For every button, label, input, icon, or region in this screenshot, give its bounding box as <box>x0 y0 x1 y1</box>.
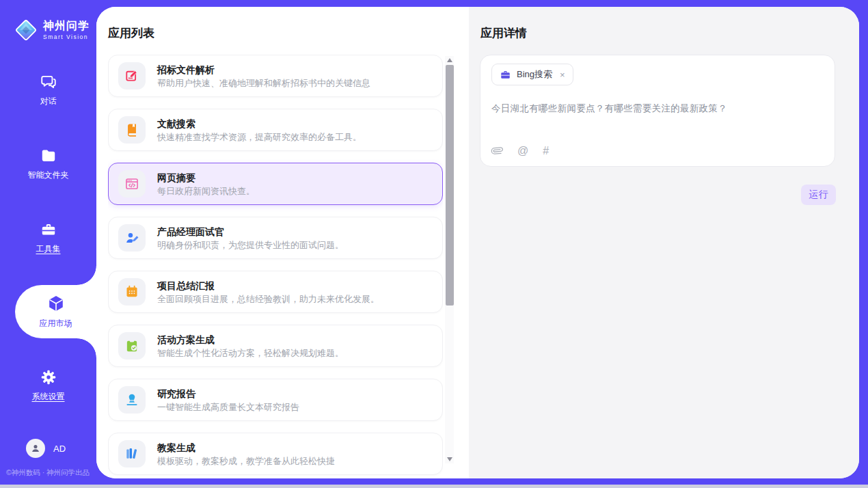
chat-icon <box>40 73 57 91</box>
bid-document-icon <box>118 62 146 90</box>
app-detail-panel: 应用详情 Bing搜索 × 今日湖北有哪些新闻要点？有哪些需要关注的最新政策？ … <box>469 7 859 478</box>
user-row[interactable]: AD <box>0 437 96 460</box>
run-button[interactable]: 运行 <box>801 185 836 205</box>
at-icon[interactable]: @ <box>517 146 528 157</box>
sidebar-item-toolset[interactable]: 工具集 <box>0 201 96 275</box>
scrollbar-thumb[interactable] <box>446 65 454 306</box>
logo-title: 神州问学 <box>43 20 90 32</box>
book-icon <box>118 116 146 144</box>
hash-icon[interactable]: # <box>543 146 549 157</box>
sidebar-item-label: 智能文件夹 <box>28 170 69 181</box>
query-text[interactable]: 今日湖北有哪些新闻要点？有哪些需要关注的最新政策？ <box>491 103 824 115</box>
app-window: 神州问学 Smart Vision 对话智能文件夹工具集应用市场系统设置 AD … <box>0 0 868 488</box>
sidebar-item-label: 对话 <box>40 96 57 107</box>
paperclip-icon[interactable] <box>491 145 503 157</box>
user-name: AD <box>53 444 66 454</box>
app-card-text: 活动方案生成智能生成个性化活动方案，轻松解决规划难题。 <box>157 335 344 357</box>
app-card[interactable]: 网页摘要每日政府新闻资讯快查。 <box>108 163 443 205</box>
logo: 神州问学 Smart Vision <box>0 0 96 53</box>
sidebar-item-label: 系统设置 <box>32 391 65 403</box>
clipboard-check-icon <box>118 332 146 360</box>
research-stamp-icon <box>118 386 146 414</box>
scrollbar[interactable] <box>445 56 454 463</box>
toolbox-icon <box>40 221 57 239</box>
app-card[interactable]: 教案生成模板驱动，教案秒成，教学准备从此轻松快捷 <box>108 433 443 475</box>
app-card[interactable]: 产品经理面试官明确身份和职责，为您提供专业性的面试问题。 <box>108 217 443 259</box>
app-card-text: 网页摘要每日政府新闻资讯快查。 <box>157 173 255 195</box>
tool-tag-label: Bing搜索 <box>517 68 552 81</box>
sidebar-nav: 对话智能文件夹工具集应用市场系统设置 <box>0 53 96 422</box>
sidebar-item-app-market[interactable]: 应用市场 <box>15 285 96 338</box>
app-card-text: 研究报告一键智能生成高质量长文本研究报告 <box>157 389 299 411</box>
app-card-description: 智能生成个性化活动方案，轻松解决规划难题。 <box>157 349 344 357</box>
sidebar-item-label: 工具集 <box>36 243 61 255</box>
cube-icon <box>46 294 66 313</box>
app-card-list: 招标文件解析帮助用户快速、准确地理解和解析招标书中的关键信息文献搜索快速精准查找… <box>108 55 443 478</box>
app-card-description: 快速精准查找学术资源，提高研究效率的必备工具。 <box>157 133 362 141</box>
app-card-description: 每日政府新闻资讯快查。 <box>157 187 255 195</box>
app-card-title: 网页摘要 <box>157 173 255 182</box>
main-content: 应用列表 招标文件解析帮助用户快速、准确地理解和解析招标书中的关键信息文献搜索快… <box>96 7 859 478</box>
app-card-title: 教案生成 <box>157 443 335 452</box>
app-card-text: 教案生成模板驱动，教案秒成，教学准备从此轻松快捷 <box>157 443 335 465</box>
summary-report-icon <box>118 278 146 306</box>
folder-icon <box>40 147 57 165</box>
app-card-title: 文献搜索 <box>157 119 362 128</box>
scroll-down-arrow-icon[interactable] <box>447 457 452 461</box>
tool-tag-bing-search[interactable]: Bing搜索 × <box>491 64 573 85</box>
webpage-icon <box>118 170 146 198</box>
logo-subtitle: Smart Vision <box>43 33 90 40</box>
prompt-card: Bing搜索 × 今日湖北有哪些新闻要点？有哪些需要关注的最新政策？ @# <box>480 55 835 167</box>
app-card[interactable]: 文献搜索快速精准查找学术资源，提高研究效率的必备工具。 <box>108 109 443 151</box>
app-card[interactable]: 项目总结汇报全面回顾项目进展，总结经验教训，助力未来优化发展。 <box>108 271 443 313</box>
briefcase-icon <box>500 69 511 81</box>
app-card[interactable]: 活动方案生成智能生成个性化活动方案，轻松解决规划难题。 <box>108 325 443 367</box>
input-toolbar: @# <box>491 145 824 157</box>
copyright-text: ©神州数码 · 神州问学出品 <box>0 460 96 485</box>
app-card-description: 全面回顾项目进展，总结经验教训，助力未来优化发展。 <box>157 295 379 303</box>
sidebar-item-system-settings[interactable]: 系统设置 <box>0 349 96 422</box>
app-card-title: 产品经理面试官 <box>157 227 344 236</box>
sidebar: 神州问学 Smart Vision 对话智能文件夹工具集应用市场系统设置 AD … <box>0 0 96 485</box>
app-card-text: 项目总结汇报全面回顾项目进展，总结经验教训，助力未来优化发展。 <box>157 281 379 303</box>
app-card-text: 产品经理面试官明确身份和职责，为您提供专业性的面试问题。 <box>157 227 344 249</box>
app-detail-title: 应用详情 <box>480 25 859 41</box>
app-card-text: 文献搜索快速精准查找学术资源，提高研究效率的必备工具。 <box>157 119 362 141</box>
app-list-panel: 应用列表 招标文件解析帮助用户快速、准确地理解和解析招标书中的关键信息文献搜索快… <box>96 7 469 478</box>
app-card[interactable]: 研究报告一键智能生成高质量长文本研究报告 <box>108 379 443 421</box>
diamond-logo-icon <box>14 18 38 42</box>
app-card-title: 招标文件解析 <box>157 65 370 74</box>
app-card-text: 招标文件解析帮助用户快速、准确地理解和解析招标书中的关键信息 <box>157 65 370 87</box>
app-card-title: 研究报告 <box>157 389 299 398</box>
tag-close-icon[interactable]: × <box>560 70 565 79</box>
app-card[interactable]: 招标文件解析帮助用户快速、准确地理解和解析招标书中的关键信息 <box>108 55 443 97</box>
app-card-description: 一键智能生成高质量长文本研究报告 <box>157 403 299 411</box>
sidebar-item-chat[interactable]: 对话 <box>0 53 96 127</box>
interviewer-icon <box>118 224 146 252</box>
app-card-description: 明确身份和职责，为您提供专业性的面试问题。 <box>157 241 344 249</box>
app-card-title: 活动方案生成 <box>157 335 344 344</box>
app-card-description: 帮助用户快速、准确地理解和解析招标书中的关键信息 <box>157 79 370 87</box>
app-list-title: 应用列表 <box>108 25 469 41</box>
app-card-description: 模板驱动，教案秒成，教学准备从此轻松快捷 <box>157 457 335 465</box>
app-card-title: 项目总结汇报 <box>157 281 379 290</box>
gear-icon <box>40 368 57 386</box>
sidebar-item-label: 应用市场 <box>40 318 72 329</box>
scroll-up-arrow-icon[interactable] <box>447 58 452 62</box>
sidebar-item-smart-folder[interactable]: 智能文件夹 <box>0 127 96 201</box>
user-avatar-icon <box>26 439 45 458</box>
books-icon <box>118 440 146 467</box>
